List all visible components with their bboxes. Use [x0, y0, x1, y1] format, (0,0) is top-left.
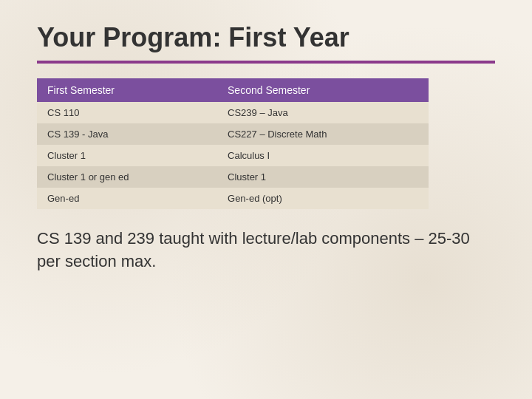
- table-row: CS 110CS239 – Java: [37, 102, 429, 123]
- table-row: Cluster 1 or gen edCluster 1: [37, 166, 429, 188]
- accent-bar: [37, 61, 495, 64]
- table-cell-1-1: CS227 – Discrete Math: [217, 123, 429, 145]
- table-cell-1-0: CS 139 - Java: [37, 123, 217, 145]
- table-cell-4-0: Gen-ed: [37, 188, 217, 209]
- table-row: Gen-edGen-ed (opt): [37, 188, 429, 209]
- table-row: CS 139 - JavaCS227 – Discrete Math: [37, 123, 429, 145]
- table-cell-2-0: Cluster 1: [37, 145, 217, 166]
- col-header-first-semester: First Semester: [37, 78, 217, 102]
- table-header-row: First Semester Second Semester: [37, 78, 429, 102]
- schedule-table: First Semester Second Semester CS 110CS2…: [37, 78, 429, 209]
- note-text: CS 139 and 239 taught with lecture/lab c…: [37, 228, 495, 273]
- content-area: First Semester Second Semester CS 110CS2…: [37, 78, 495, 273]
- table-cell-2-1: Calculus I: [217, 145, 429, 166]
- table-cell-0-1: CS239 – Java: [217, 102, 429, 123]
- table-cell-4-1: Gen-ed (opt): [217, 188, 429, 209]
- table-cell-0-0: CS 110: [37, 102, 217, 123]
- slide-container: Your Program: First Year First Semester …: [0, 0, 532, 399]
- col-header-second-semester: Second Semester: [217, 78, 429, 102]
- table-cell-3-1: Cluster 1: [217, 166, 429, 188]
- table-row: Cluster 1Calculus I: [37, 145, 429, 166]
- table-cell-3-0: Cluster 1 or gen ed: [37, 166, 217, 188]
- slide-title: Your Program: First Year: [37, 22, 495, 53]
